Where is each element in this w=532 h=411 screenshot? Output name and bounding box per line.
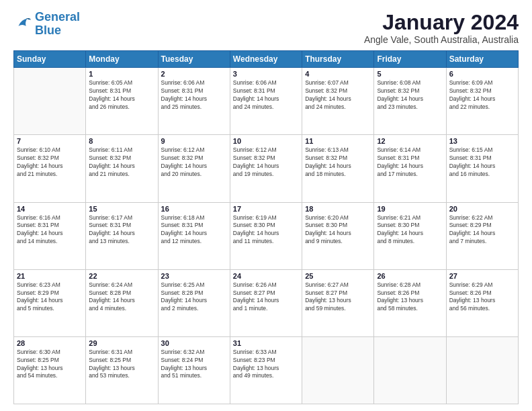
table-cell: 22Sunrise: 6:24 AM Sunset: 8:28 PM Dayli… [86,269,158,336]
table-cell: 18Sunrise: 6:20 AM Sunset: 8:30 PM Dayli… [302,202,374,269]
col-monday: Monday [86,51,158,68]
day-number: 8 [89,137,154,145]
week-row-5: 28Sunrise: 6:30 AM Sunset: 8:25 PM Dayli… [14,336,519,404]
table-cell: 25Sunrise: 6:27 AM Sunset: 8:27 PM Dayli… [302,269,374,336]
table-cell: 13Sunrise: 6:15 AM Sunset: 8:31 PM Dayli… [446,135,518,202]
day-number: 29 [89,339,154,347]
logo-name: GeneralBlue [35,11,80,38]
day-number: 2 [161,70,227,78]
table-cell: 3Sunrise: 6:06 AM Sunset: 8:31 PM Daylig… [230,68,302,135]
day-info: Sunrise: 6:27 AM Sunset: 8:27 PM Dayligh… [305,281,371,314]
table-cell: 6Sunrise: 6:09 AM Sunset: 8:32 PM Daylig… [446,68,518,135]
day-info: Sunrise: 6:31 AM Sunset: 8:25 PM Dayligh… [89,349,154,381]
table-cell: 16Sunrise: 6:18 AM Sunset: 8:31 PM Dayli… [158,202,230,269]
day-number: 20 [449,205,515,213]
day-info: Sunrise: 6:30 AM Sunset: 8:25 PM Dayligh… [17,349,83,381]
table-cell [446,336,518,404]
day-number: 12 [377,137,443,145]
day-info: Sunrise: 6:14 AM Sunset: 8:31 PM Dayligh… [377,146,443,179]
table-cell: 4Sunrise: 6:07 AM Sunset: 8:32 PM Daylig… [302,68,374,135]
calendar-subtitle: Angle Vale, South Australia, Australia [364,34,519,45]
table-cell: 26Sunrise: 6:28 AM Sunset: 8:26 PM Dayli… [374,269,446,336]
day-info: Sunrise: 6:26 AM Sunset: 8:27 PM Dayligh… [233,281,299,314]
logo-bird-icon [13,15,32,34]
table-cell [374,336,446,404]
header: GeneralBlue January 2024 Angle Vale, Sou… [13,11,519,45]
table-cell: 2Sunrise: 6:06 AM Sunset: 8:31 PM Daylig… [158,68,230,135]
table-cell: 23Sunrise: 6:25 AM Sunset: 8:28 PM Dayli… [158,269,230,336]
day-number: 27 [449,272,515,280]
table-cell: 15Sunrise: 6:17 AM Sunset: 8:31 PM Dayli… [86,202,158,269]
day-number: 25 [305,272,371,280]
table-cell [14,68,86,135]
day-number: 16 [161,205,227,213]
day-info: Sunrise: 6:11 AM Sunset: 8:32 PM Dayligh… [89,146,154,179]
table-cell: 27Sunrise: 6:29 AM Sunset: 8:26 PM Dayli… [446,269,518,336]
day-number: 11 [305,137,371,145]
table-cell [302,336,374,404]
day-number: 14 [17,205,83,213]
col-friday: Friday [374,51,446,68]
day-number: 21 [17,272,83,280]
table-cell: 20Sunrise: 6:22 AM Sunset: 8:29 PM Dayli… [446,202,518,269]
table-cell: 7Sunrise: 6:10 AM Sunset: 8:32 PM Daylig… [14,135,86,202]
week-row-2: 7Sunrise: 6:10 AM Sunset: 8:32 PM Daylig… [14,135,519,202]
table-cell: 12Sunrise: 6:14 AM Sunset: 8:31 PM Dayli… [374,135,446,202]
table-cell: 17Sunrise: 6:19 AM Sunset: 8:30 PM Dayli… [230,202,302,269]
day-info: Sunrise: 6:05 AM Sunset: 8:31 PM Dayligh… [89,79,154,111]
day-number: 23 [161,272,227,280]
table-cell: 10Sunrise: 6:12 AM Sunset: 8:32 PM Dayli… [230,135,302,202]
day-info: Sunrise: 6:24 AM Sunset: 8:28 PM Dayligh… [89,281,154,314]
day-number: 31 [233,339,299,347]
day-info: Sunrise: 6:08 AM Sunset: 8:32 PM Dayligh… [377,79,443,111]
day-number: 28 [17,339,83,347]
day-info: Sunrise: 6:21 AM Sunset: 8:30 PM Dayligh… [377,214,443,246]
day-info: Sunrise: 6:06 AM Sunset: 8:31 PM Dayligh… [161,79,227,111]
day-number: 17 [233,205,299,213]
col-wednesday: Wednesday [230,51,302,68]
day-number: 6 [449,70,515,78]
table-cell: 5Sunrise: 6:08 AM Sunset: 8:32 PM Daylig… [374,68,446,135]
table-cell: 19Sunrise: 6:21 AM Sunset: 8:30 PM Dayli… [374,202,446,269]
day-number: 7 [17,137,83,145]
day-info: Sunrise: 6:22 AM Sunset: 8:29 PM Dayligh… [449,214,515,246]
table-cell: 24Sunrise: 6:26 AM Sunset: 8:27 PM Dayli… [230,269,302,336]
day-info: Sunrise: 6:07 AM Sunset: 8:32 PM Dayligh… [305,79,371,111]
table-cell: 31Sunrise: 6:33 AM Sunset: 8:23 PM Dayli… [230,336,302,404]
col-tuesday: Tuesday [158,51,230,68]
col-thursday: Thursday [302,51,374,68]
day-info: Sunrise: 6:20 AM Sunset: 8:30 PM Dayligh… [305,214,371,246]
day-number: 19 [377,205,443,213]
day-number: 22 [89,272,154,280]
day-info: Sunrise: 6:15 AM Sunset: 8:31 PM Dayligh… [449,146,515,179]
day-number: 24 [233,272,299,280]
week-row-4: 21Sunrise: 6:23 AM Sunset: 8:29 PM Dayli… [14,269,519,336]
day-info: Sunrise: 6:28 AM Sunset: 8:26 PM Dayligh… [377,281,443,314]
day-number: 4 [305,70,371,78]
day-number: 5 [377,70,443,78]
day-info: Sunrise: 6:23 AM Sunset: 8:29 PM Dayligh… [17,281,83,314]
calendar-title: January 2024 [364,11,519,34]
day-info: Sunrise: 6:19 AM Sunset: 8:30 PM Dayligh… [233,214,299,246]
table-cell: 30Sunrise: 6:32 AM Sunset: 8:24 PM Dayli… [158,336,230,404]
day-info: Sunrise: 6:12 AM Sunset: 8:32 PM Dayligh… [233,146,299,179]
day-number: 18 [305,205,371,213]
table-cell: 29Sunrise: 6:31 AM Sunset: 8:25 PM Dayli… [86,336,158,404]
day-number: 10 [233,137,299,145]
day-info: Sunrise: 6:33 AM Sunset: 8:23 PM Dayligh… [233,349,299,381]
calendar-header-row: Sunday Monday Tuesday Wednesday Thursday… [14,51,519,68]
day-info: Sunrise: 6:10 AM Sunset: 8:32 PM Dayligh… [17,146,83,179]
day-number: 15 [89,205,154,213]
calendar-table: Sunday Monday Tuesday Wednesday Thursday… [13,50,519,404]
col-saturday: Saturday [446,51,518,68]
logo-text-block: GeneralBlue [35,11,80,38]
table-cell: 28Sunrise: 6:30 AM Sunset: 8:25 PM Dayli… [14,336,86,404]
day-info: Sunrise: 6:18 AM Sunset: 8:31 PM Dayligh… [161,214,227,246]
table-cell: 9Sunrise: 6:12 AM Sunset: 8:32 PM Daylig… [158,135,230,202]
day-info: Sunrise: 6:16 AM Sunset: 8:31 PM Dayligh… [17,214,83,246]
logo: GeneralBlue [13,11,80,38]
day-info: Sunrise: 6:13 AM Sunset: 8:32 PM Dayligh… [305,146,371,179]
day-number: 13 [449,137,515,145]
day-number: 3 [233,70,299,78]
table-cell: 8Sunrise: 6:11 AM Sunset: 8:32 PM Daylig… [86,135,158,202]
